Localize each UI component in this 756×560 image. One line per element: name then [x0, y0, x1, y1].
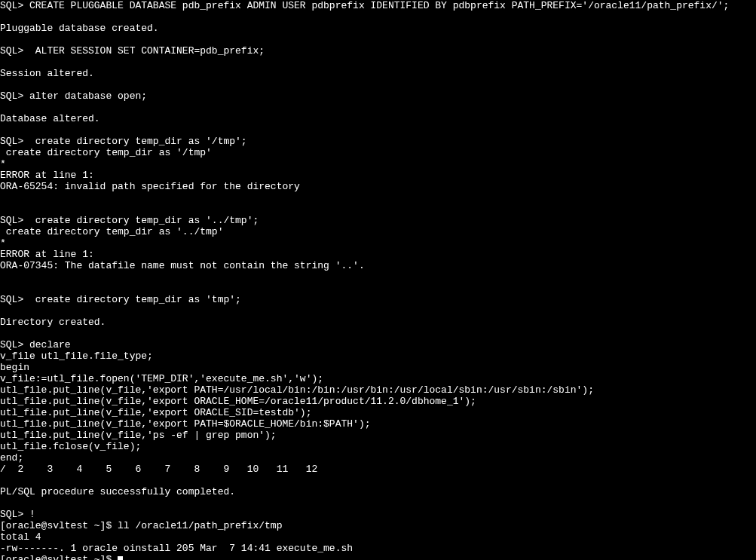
- terminal-line: ERROR at line 1:: [0, 249, 756, 260]
- terminal-line: [0, 57, 756, 68]
- terminal-line: SQL> create directory temp_dir as '/tmp'…: [0, 136, 756, 147]
- terminal-line: [0, 497, 756, 509]
- terminal-line: v_file:=utl_file.fopen('TEMP_DIR','execu…: [0, 373, 756, 384]
- terminal-line: v_file utl_file.file_type;: [0, 350, 756, 362]
- terminal-line: [0, 305, 756, 317]
- terminal-line: PL/SQL procedure successfully completed.: [0, 486, 756, 497]
- terminal-line: SQL> create directory temp_dir as 'tmp';: [0, 294, 756, 305]
- terminal-line: SQL> !: [0, 509, 756, 520]
- terminal-line: [0, 475, 756, 486]
- terminal-line: SQL> declare: [0, 339, 756, 350]
- terminal-line: utl_file.put_line(v_file,'ps -ef | grep …: [0, 430, 756, 441]
- terminal-line: Database altered.: [0, 113, 756, 124]
- terminal-line: utl_file.put_line(v_file,'export PATH=/u…: [0, 384, 756, 396]
- terminal-line: SQL> alter database open;: [0, 90, 756, 102]
- terminal-line: *: [0, 237, 756, 249]
- terminal-line: -rw-------. 1 oracle oinstall 205 Mar 7 …: [0, 543, 756, 554]
- terminal-line: SQL> create directory temp_dir as '../tm…: [0, 215, 756, 226]
- terminal-line: [0, 192, 756, 203]
- terminal-line: end;: [0, 452, 756, 464]
- terminal-line: utl_file.fclose(v_file);: [0, 441, 756, 452]
- terminal-line: utl_file.put_line(v_file,'export PATH=$O…: [0, 418, 756, 430]
- terminal-line: utl_file.put_line(v_file,'export ORACLE_…: [0, 407, 756, 418]
- terminal-line: [0, 124, 756, 136]
- terminal-line: SQL> ALTER SESSION SET CONTAINER=pdb_pre…: [0, 45, 756, 57]
- terminal-line: total 4: [0, 531, 756, 543]
- terminal-prompt[interactable]: [oracle@svltest ~]$: [0, 554, 756, 560]
- terminal-line: [0, 283, 756, 294]
- terminal-line: begin: [0, 362, 756, 373]
- terminal-line: [0, 328, 756, 339]
- terminal-line: Session altered.: [0, 68, 756, 79]
- cursor: [118, 556, 123, 560]
- terminal-line: ERROR at line 1:: [0, 170, 756, 181]
- terminal-line: create directory temp_dir as '/tmp': [0, 147, 756, 158]
- terminal-line: Pluggable database created.: [0, 23, 756, 34]
- terminal-line: [0, 11, 756, 23]
- terminal-line: [0, 34, 756, 45]
- terminal-line: [oracle@svltest ~]$ ll /oracle11/path_pr…: [0, 520, 756, 531]
- terminal-line: *: [0, 158, 756, 170]
- terminal-line: / 2 3 4 5 6 7 8 9 10 11 12: [0, 464, 756, 475]
- terminal-line: ORA-65254: invalid path specified for th…: [0, 181, 756, 192]
- terminal-output[interactable]: SQL> CREATE PLUGGABLE DATABASE pdb_prefi…: [0, 0, 756, 560]
- terminal-line: [0, 102, 756, 113]
- terminal-line: SQL> CREATE PLUGGABLE DATABASE pdb_prefi…: [0, 0, 756, 11]
- terminal-line: Directory created.: [0, 317, 756, 328]
- terminal-line: [0, 271, 756, 283]
- terminal-line: [0, 203, 756, 215]
- terminal-line: create directory temp_dir as '../tmp': [0, 226, 756, 237]
- terminal-line: [0, 79, 756, 90]
- prompt-text: [oracle@svltest ~]$: [0, 554, 118, 560]
- terminal-line: ORA-07345: The datafile name must not co…: [0, 260, 756, 271]
- terminal-line: utl_file.put_line(v_file,'export ORACLE_…: [0, 396, 756, 407]
